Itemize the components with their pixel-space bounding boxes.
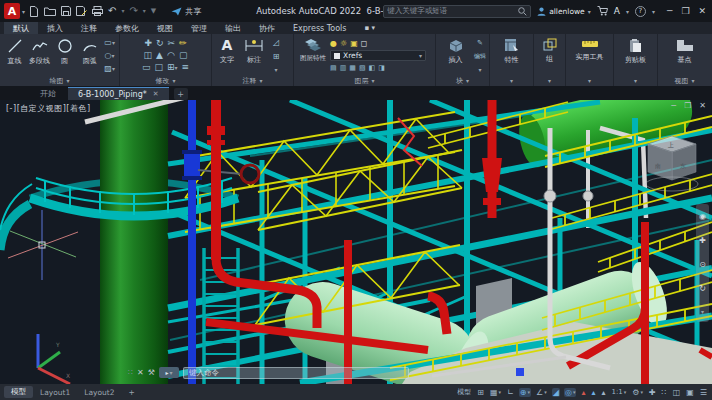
cart-icon[interactable]	[597, 6, 608, 16]
modify-panel-title[interactable]: 修改▾	[120, 75, 211, 86]
save-icon[interactable]	[61, 6, 71, 16]
dimension-tool[interactable]: 标注	[240, 36, 268, 75]
annotation-visibility-toggle[interactable]: ▴	[580, 388, 586, 397]
clean-screen-toggle[interactable]: ▣	[685, 388, 695, 397]
tab-collaborate[interactable]: 协作	[250, 22, 284, 34]
viewport-3d-model[interactable]: Y X 上 南 东	[0, 100, 712, 384]
view-panel-title[interactable]: 视图▾	[658, 75, 711, 86]
annotation-autoscale-toggle[interactable]: ▴	[590, 388, 596, 397]
tab-overflow-icon[interactable]: ▪ ▾	[356, 22, 384, 34]
workspace-switching-button[interactable]: ⚙▾	[631, 388, 644, 397]
plot-icon[interactable]	[92, 6, 103, 16]
navigation-bar[interactable]: ◉ ✚ ⊙ ↻ ▾	[696, 204, 709, 322]
offset-tool-icon[interactable]: ≡	[182, 62, 190, 73]
customization-menu-button[interactable]: ☰	[699, 388, 708, 397]
layer-tool-icon[interactable]: ▤	[330, 64, 337, 72]
array-tool-icon[interactable]: ⊞▾	[167, 62, 178, 73]
layer-tool-icon[interactable]: ◨	[378, 64, 385, 72]
new-drawing-tab-button[interactable]: +	[174, 88, 188, 100]
layers-panel-title[interactable]: 图层▾	[294, 75, 435, 86]
qat-customize-icon[interactable]: ▼	[151, 6, 156, 16]
arc-tool[interactable]: 圆弧	[77, 36, 102, 75]
new-file-icon[interactable]	[29, 6, 39, 17]
text-tool[interactable]: A 文字	[214, 36, 240, 75]
leader-tool-icon[interactable]: ◿	[273, 38, 279, 47]
layer-thaw-icon[interactable]: ☼	[340, 39, 347, 48]
mirror-tool-icon[interactable]: ▲	[156, 50, 163, 61]
tab-view[interactable]: 视图	[148, 22, 182, 34]
layout-tab-layout2[interactable]: Layout2	[77, 387, 121, 398]
utilities-panel-title[interactable]: ▾	[566, 75, 613, 86]
signed-in-user[interactable]: allenlowe ▾	[537, 7, 591, 16]
command-grip-icon[interactable]: ∷	[128, 368, 133, 377]
command-input[interactable]: 键入命令	[183, 367, 409, 379]
scale-tool-icon[interactable]: □	[154, 62, 163, 73]
tab-insert[interactable]: 插入	[38, 22, 72, 34]
doc-close-button[interactable]: ✕	[699, 101, 706, 110]
command-close-icon[interactable]: ✕	[137, 368, 144, 377]
doc-restore-button[interactable]: ❒	[684, 101, 691, 110]
isolate-objects-button[interactable]: ◫	[672, 388, 682, 397]
user-dropdown-icon[interactable]: ▾	[588, 8, 591, 15]
annotation-monitor-toggle[interactable]: ✚	[648, 388, 657, 397]
table-tool-icon[interactable]: ⊞	[273, 52, 280, 61]
tab-annotate[interactable]: 注释	[72, 22, 106, 34]
groups-panel-title[interactable]: ▾	[534, 75, 565, 86]
orbit-icon[interactable]: ↻	[699, 284, 706, 293]
pan-icon[interactable]: ✚	[699, 236, 706, 245]
command-customize-icon[interactable]: ⚒	[148, 368, 155, 377]
line-tool[interactable]: 直线	[2, 36, 27, 75]
file-tab-drawing[interactable]: 6-B-1000_Piping* ✕	[68, 87, 169, 100]
properties-panel-title[interactable]: ▾	[490, 75, 533, 86]
recent-commands-button[interactable]: ▸▾	[159, 367, 179, 378]
rectangle-tool-icon[interactable]: ▭▾	[104, 38, 115, 47]
polyline-tool[interactable]: 多段线	[27, 36, 52, 75]
edit-block-icon[interactable]: ✎	[477, 39, 483, 47]
redo-dropdown-icon[interactable]: ▾	[143, 6, 146, 16]
redo-icon[interactable]: ↷	[129, 6, 137, 16]
search-input[interactable]: 键入关键字或短语	[383, 5, 531, 18]
tab-express-tools[interactable]: Express Tools	[284, 22, 356, 34]
undo-dropdown-icon[interactable]: ▾	[121, 6, 124, 16]
drawing-canvas[interactable]: Y X 上 南 东 [-][自定义视图][着色] ─ ❒ ✕ ◉ ✚ ⊙	[0, 100, 712, 384]
open-file-icon[interactable]	[44, 6, 56, 16]
layer-tool-icon[interactable]: ▧	[359, 64, 366, 72]
layer-color-chip[interactable]: ◻	[361, 39, 368, 48]
move-tool-icon[interactable]: ✚	[144, 38, 152, 49]
layout-tab-model[interactable]: 模型	[4, 386, 33, 398]
tab-output[interactable]: 输出	[216, 22, 250, 34]
a-dropdown-icon[interactable]: ▾	[626, 8, 629, 15]
viewport-controls-label[interactable]: [-][自定义视图][着色]	[6, 103, 91, 114]
logo-dropdown-icon[interactable]: ▾	[22, 8, 25, 15]
base-point-tool[interactable]: 基点	[660, 36, 709, 75]
zoom-icon[interactable]: ⊙	[699, 260, 706, 269]
infer-constraints-toggle[interactable]: ∟	[506, 388, 515, 397]
help-icon[interactable]: ?	[635, 6, 646, 17]
share-button[interactable]: 共享	[171, 6, 201, 17]
layer-dropdown[interactable]: Xrefs ▾	[330, 50, 426, 61]
group-tool[interactable]: 组	[536, 36, 563, 75]
doc-minimize-button[interactable]: ─	[671, 101, 676, 110]
autodesk-a-icon[interactable]: A	[614, 6, 620, 16]
annotation-people-icon[interactable]: ▴	[600, 388, 606, 397]
tab-manage[interactable]: 管理	[182, 22, 216, 34]
tab-home[interactable]: 默认	[4, 22, 38, 34]
insert-block-tool[interactable]: 插入	[438, 36, 473, 75]
fillet-tool-icon[interactable]: ◠	[167, 50, 175, 61]
paste-tool[interactable]: 剪贴板	[616, 36, 655, 75]
layer-properties-tool[interactable]: 图层特性	[296, 36, 330, 75]
ellipse-tool-icon[interactable]: ○▾	[105, 51, 115, 60]
rotate-tool-icon[interactable]: ↻	[156, 38, 164, 49]
block-panel-title[interactable]: 块▾	[436, 75, 489, 86]
units-button[interactable]: ∷	[661, 388, 668, 397]
annotation-scale-button[interactable]: 1:1▾	[610, 388, 627, 396]
new-layout-button[interactable]: +	[122, 387, 142, 398]
draw-panel-title[interactable]: 绘图▾	[0, 75, 119, 86]
properties-tool[interactable]: 特性	[492, 36, 531, 75]
search-icon[interactable]	[518, 7, 527, 16]
undo-icon[interactable]: ↶	[108, 6, 116, 16]
explode-tool-icon[interactable]: ▢	[179, 50, 188, 61]
polar-tracking-toggle[interactable]: ∠▾	[535, 388, 548, 397]
minimize-button[interactable]: ─	[667, 6, 672, 16]
file-tab-start[interactable]: 开始	[30, 87, 66, 100]
